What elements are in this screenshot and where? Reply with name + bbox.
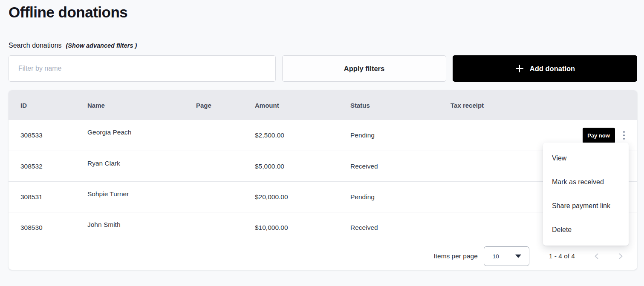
previous-page-button[interactable] bbox=[593, 252, 601, 260]
column-header-tax-receipt: Tax receipt bbox=[451, 102, 581, 109]
cell-amount: $10,000.00 bbox=[255, 224, 350, 232]
filter-toolbar: Apply filters Add donation bbox=[9, 55, 637, 82]
menu-item-mark-as-received[interactable]: Mark as received bbox=[543, 170, 629, 194]
offline-donations-page: Offline donations Search donations (Show… bbox=[0, 0, 644, 270]
plus-icon bbox=[515, 64, 524, 73]
cell-status: Pending bbox=[350, 193, 451, 201]
menu-item-share-payment-link[interactable]: Share payment link bbox=[543, 194, 629, 218]
items-per-page-select[interactable]: 10 bbox=[484, 246, 529, 266]
apply-filters-button[interactable]: Apply filters bbox=[282, 55, 446, 82]
cell-status: Received bbox=[350, 224, 451, 232]
items-per-page-label: Items per page bbox=[433, 252, 477, 260]
page-title: Offline donations bbox=[9, 0, 637, 22]
cell-actions: Pay now bbox=[581, 128, 637, 143]
column-header-page: Page bbox=[196, 102, 255, 109]
menu-item-delete[interactable]: Delete bbox=[543, 218, 629, 242]
pay-now-button[interactable]: Pay now bbox=[583, 128, 615, 143]
search-donations-label: Search donations bbox=[9, 42, 62, 49]
pagination-bar: Items per page 10 1 - 4 of 4 bbox=[9, 243, 637, 270]
menu-item-view[interactable]: View bbox=[543, 146, 629, 170]
cell-amount: $5,000.00 bbox=[255, 163, 350, 170]
cell-status: Pending bbox=[350, 132, 451, 139]
cell-amount: $20,000.00 bbox=[255, 193, 350, 201]
donations-table-card: ID Name Page Amount Status Tax receipt 3… bbox=[9, 90, 637, 270]
add-donation-button[interactable]: Add donation bbox=[453, 55, 637, 82]
cell-status: Received bbox=[350, 163, 451, 170]
pagination-range-label: 1 - 4 of 4 bbox=[549, 252, 575, 260]
show-advanced-filters-link[interactable]: (Show advanced filters ) bbox=[66, 42, 137, 49]
cell-amount: $2,500.00 bbox=[255, 132, 350, 139]
cell-name: Sohpie Turner bbox=[87, 190, 196, 198]
next-page-button[interactable] bbox=[617, 252, 624, 260]
column-header-name: Name bbox=[87, 102, 196, 109]
cell-id: 308533 bbox=[20, 132, 87, 139]
chevron-right-icon bbox=[617, 252, 624, 260]
chevron-down-icon bbox=[515, 255, 521, 258]
add-donation-label: Add donation bbox=[530, 65, 575, 73]
cell-id: 308530 bbox=[20, 224, 87, 232]
chevron-left-icon bbox=[593, 252, 601, 260]
cell-id: 308532 bbox=[20, 163, 87, 170]
table-header-row: ID Name Page Amount Status Tax receipt bbox=[9, 90, 637, 120]
cell-name: Georgia Peach bbox=[87, 129, 196, 136]
cell-name: John Smith bbox=[87, 221, 196, 229]
column-header-status: Status bbox=[350, 102, 451, 109]
column-header-amount: Amount bbox=[255, 102, 350, 109]
row-actions-dropdown-menu: View Mark as received Share payment link… bbox=[543, 143, 629, 246]
column-header-id: ID bbox=[20, 102, 87, 109]
search-donations-row: Search donations (Show advanced filters … bbox=[9, 42, 637, 49]
pagination-nav bbox=[593, 252, 624, 260]
kebab-menu-icon[interactable] bbox=[621, 129, 627, 143]
items-per-page-value: 10 bbox=[493, 253, 499, 260]
cell-name: Ryan Clark bbox=[87, 160, 196, 167]
filter-by-name-input[interactable] bbox=[9, 55, 276, 82]
cell-id: 308531 bbox=[20, 193, 87, 201]
